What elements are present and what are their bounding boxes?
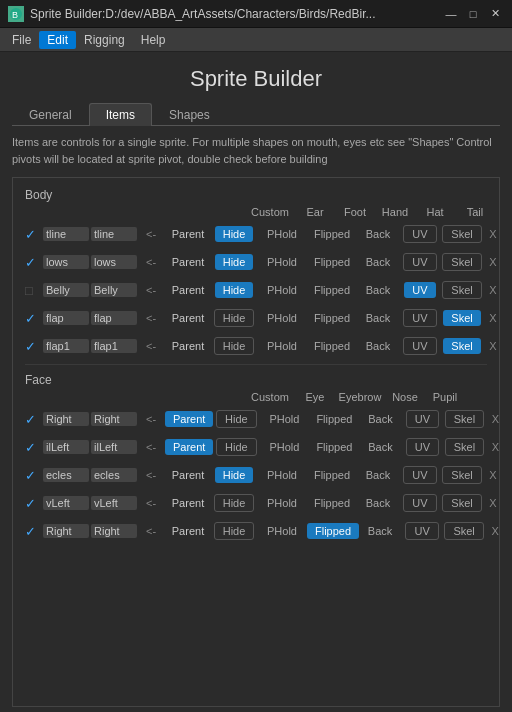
row-delete[interactable]: X	[485, 413, 500, 425]
row-skel-btn[interactable]: Skel	[443, 438, 485, 456]
skel-button[interactable]: Skel	[442, 494, 481, 512]
close-button[interactable]: ✕	[486, 5, 504, 23]
hide-button[interactable]: Hide	[215, 467, 254, 483]
row-delete[interactable]: X	[483, 312, 500, 324]
row-checkbox[interactable]: ✓	[25, 496, 41, 511]
row-hide-btn[interactable]: Hide	[213, 438, 259, 456]
maximize-button[interactable]: □	[464, 5, 482, 23]
row-uv-btn[interactable]: UV	[401, 522, 443, 540]
row-skel-btn[interactable]: Skel	[441, 310, 483, 326]
row-name2[interactable]: ecles	[91, 468, 137, 482]
skel-button[interactable]: Skel	[442, 466, 481, 484]
row-name2[interactable]: vLeft	[91, 496, 137, 510]
uv-button[interactable]: UV	[403, 309, 436, 327]
row-checkbox[interactable]: ✓	[25, 339, 41, 354]
uv-button[interactable]: UV	[403, 494, 436, 512]
row-uv-btn[interactable]: UV	[399, 225, 441, 243]
uv-button[interactable]: UV	[403, 466, 436, 484]
row-skel-btn[interactable]: Skel	[441, 338, 483, 354]
skel-button[interactable]: Skel	[442, 281, 481, 299]
tab-general[interactable]: General	[12, 103, 89, 126]
row-name2[interactable]: ilLeft	[91, 440, 137, 454]
uv-button[interactable]: UV	[406, 410, 439, 428]
row-checkbox[interactable]: ✓	[25, 412, 41, 427]
row-checkbox[interactable]: ✓	[25, 227, 41, 242]
row-name1[interactable]: tline	[43, 227, 89, 241]
scroll-area[interactable]: Body Custom Ear Foot Hand Hat Tail ✓ tli…	[12, 177, 500, 707]
row-hide-btn[interactable]: Hide	[211, 494, 257, 512]
row-name1[interactable]: Right	[43, 412, 89, 426]
menu-file[interactable]: File	[4, 31, 39, 49]
uv-button[interactable]: UV	[403, 225, 436, 243]
row-skel-btn[interactable]: Skel	[443, 522, 485, 540]
menu-edit[interactable]: Edit	[39, 31, 76, 49]
skel-button[interactable]: Skel	[442, 253, 481, 271]
menu-rigging[interactable]: Rigging	[76, 31, 133, 49]
row-name1[interactable]: Belly	[43, 283, 89, 297]
hide-button[interactable]: Hide	[215, 282, 254, 298]
row-name2[interactable]: Belly	[91, 283, 137, 297]
uv-button[interactable]: UV	[404, 282, 435, 298]
hide-button[interactable]: Hide	[215, 226, 254, 242]
row-uv-btn[interactable]: UV	[399, 494, 441, 512]
hide-button[interactable]: Hide	[214, 522, 255, 540]
hide-button[interactable]: Hide	[216, 438, 257, 456]
row-checkbox[interactable]: ✓	[25, 468, 41, 483]
row-hide-btn[interactable]: Hide	[211, 337, 257, 355]
row-uv-btn[interactable]: UV	[399, 466, 441, 484]
row-name1[interactable]: Right	[43, 524, 89, 538]
row-delete[interactable]: X	[483, 284, 500, 296]
parent-button[interactable]: Parent	[165, 439, 213, 455]
row-name1[interactable]: lows	[43, 255, 89, 269]
row-hide-btn[interactable]: Hide	[211, 254, 257, 270]
row-delete[interactable]: X	[485, 525, 500, 537]
uv-button[interactable]: UV	[403, 337, 436, 355]
uv-button[interactable]: UV	[406, 438, 439, 456]
row-hide-btn[interactable]: Hide	[211, 467, 257, 483]
row-checkbox[interactable]: ✓	[25, 311, 41, 326]
row-uv-btn[interactable]: UV	[399, 309, 441, 327]
skel-button[interactable]: Skel	[442, 225, 481, 243]
uv-button[interactable]: UV	[405, 522, 438, 540]
row-name2[interactable]: Right	[91, 524, 137, 538]
skel-button[interactable]: Skel	[445, 410, 484, 428]
row-delete[interactable]: X	[483, 469, 500, 481]
uv-button[interactable]: UV	[403, 253, 436, 271]
row-flip-btn[interactable]: Flipped	[307, 523, 359, 539]
row-uv-btn[interactable]: UV	[401, 410, 443, 428]
row-hide-btn[interactable]: Hide	[211, 282, 257, 298]
row-checkbox[interactable]: ✓	[25, 255, 41, 270]
hide-button[interactable]: Hide	[214, 494, 255, 512]
skel-button[interactable]: Skel	[444, 522, 483, 540]
row-name2[interactable]: tline	[91, 227, 137, 241]
hide-button[interactable]: Hide	[216, 410, 257, 428]
parent-button[interactable]: Parent	[165, 411, 213, 427]
row-name1[interactable]: ecles	[43, 468, 89, 482]
row-name2[interactable]: flap1	[91, 339, 137, 353]
row-checkbox[interactable]: □	[25, 283, 41, 298]
row-name1[interactable]: flap1	[43, 339, 89, 353]
row-hide-btn[interactable]: Hide	[211, 522, 257, 540]
row-name2[interactable]: flap	[91, 311, 137, 325]
row-delete[interactable]: X	[485, 441, 500, 453]
row-skel-btn[interactable]: Skel	[441, 466, 483, 484]
row-name2[interactable]: Right	[91, 412, 137, 426]
hide-button[interactable]: Hide	[214, 337, 255, 355]
row-delete[interactable]: X	[483, 340, 500, 352]
row-skel-btn[interactable]: Skel	[441, 225, 483, 243]
row-name1[interactable]: vLeft	[43, 496, 89, 510]
hide-button[interactable]: Hide	[215, 254, 254, 270]
hide-button[interactable]: Hide	[214, 309, 255, 327]
row-name1[interactable]: ilLeft	[43, 440, 89, 454]
row-hide-btn[interactable]: Hide	[211, 309, 257, 327]
minimize-button[interactable]: —	[442, 5, 460, 23]
row-hide-btn[interactable]: Hide	[211, 226, 257, 242]
row-uv-btn[interactable]: UV	[401, 438, 443, 456]
row-uv-btn[interactable]: UV	[399, 282, 441, 298]
row-name2[interactable]: lows	[91, 255, 137, 269]
row-name1[interactable]: flap	[43, 311, 89, 325]
row-delete[interactable]: X	[483, 228, 500, 240]
menu-help[interactable]: Help	[133, 31, 174, 49]
skel-button[interactable]: Skel	[443, 338, 480, 354]
row-hide-btn[interactable]: Hide	[213, 410, 259, 428]
